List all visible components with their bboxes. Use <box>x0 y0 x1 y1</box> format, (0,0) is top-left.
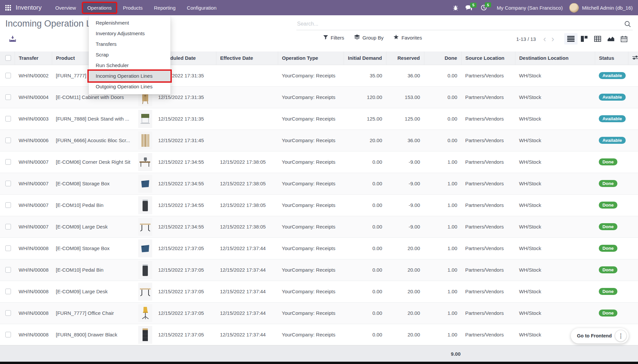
nav-item-overview[interactable]: Overview <box>51 3 80 13</box>
cell-operation-type: YourCompany: Receipts <box>278 259 344 281</box>
cell-select[interactable] <box>0 151 15 173</box>
column-header-reserved[interactable]: Reserved <box>386 51 424 65</box>
graph-view-icon[interactable] <box>604 33 617 45</box>
export-button[interactable] <box>9 36 16 43</box>
cell-source-location: Partners/Vendors <box>461 108 515 130</box>
search-icon[interactable] <box>622 20 633 28</box>
pager-next-icon[interactable]: › <box>549 35 557 43</box>
table-row[interactable]: WH/IN/00008[FURN_7777] Office Chair12/15… <box>0 302 638 324</box>
table-row[interactable]: WH/IN/00006[FURN_6666] Acoustic Bloc Scr… <box>0 130 638 151</box>
pivot-view-icon[interactable] <box>591 33 604 45</box>
nav-item-configuration[interactable]: Configuration <box>182 3 221 13</box>
bug-icon[interactable] <box>453 5 459 11</box>
messages-icon[interactable]: 5 <box>465 5 472 11</box>
pager-prev-icon[interactable]: ‹ <box>541 35 549 43</box>
nav-item-operations[interactable]: Operations <box>83 3 116 13</box>
user-avatar[interactable] <box>569 3 579 13</box>
column-header-destination-location[interactable]: Destination Location <box>515 51 595 65</box>
cell-select[interactable] <box>0 216 15 237</box>
search-input[interactable] <box>296 21 622 27</box>
row-checkbox[interactable] <box>5 73 11 78</box>
cell-spacer <box>628 86 638 108</box>
table-row[interactable]: WH/IN/00007[E-COM10] Pedal Bin12/15/2022… <box>0 194 638 216</box>
cell-select[interactable] <box>0 108 15 130</box>
table-row[interactable]: WH/IN/00007[E-COM09] Large Desk12/15/202… <box>0 216 638 237</box>
group-by-button[interactable]: Group By <box>354 35 383 41</box>
cell-scheduled-date: 12/15/2022 17:37:05 <box>154 259 216 281</box>
menu-item-incoming-operation-lines[interactable]: Incoming Operation Lines <box>89 71 170 81</box>
column-header-initial-demand[interactable]: Initial Demand <box>344 51 386 65</box>
column-header-done[interactable]: Done <box>424 51 461 65</box>
calendar-view-icon[interactable] <box>617 33 631 45</box>
cell-operation-type: YourCompany: Receipts <box>278 130 344 151</box>
more-options-icon[interactable]: ⋮ <box>615 330 626 341</box>
cell-operation-type: YourCompany: Receipts <box>278 86 344 108</box>
row-checkbox[interactable] <box>5 289 11 294</box>
row-checkbox[interactable] <box>5 137 11 143</box>
cell-source-location: Partners/Vendors <box>461 194 515 216</box>
select-all-checkbox[interactable] <box>5 55 11 61</box>
cell-select[interactable] <box>0 173 15 194</box>
filters-button[interactable]: Filters <box>323 35 344 41</box>
column-settings-icon[interactable] <box>632 55 638 61</box>
app-name[interactable]: Inventory <box>16 4 42 11</box>
kanban-view-icon[interactable] <box>578 33 591 45</box>
cell-select[interactable] <box>0 194 15 216</box>
column-header-source-location[interactable]: Source Location <box>461 51 515 65</box>
cell-scheduled-date: 12/15/2022 17:34:55 <box>154 151 216 173</box>
row-checkbox[interactable] <box>5 245 11 251</box>
column-header-effective-date[interactable]: Effective Date <box>216 51 278 65</box>
favorites-button[interactable]: Favorites <box>393 35 422 41</box>
column-header-status[interactable]: Status <box>595 51 628 65</box>
row-checkbox[interactable] <box>5 224 11 229</box>
cell-transfer: WH/IN/00008 <box>15 281 52 302</box>
table-row[interactable]: WH/IN/00003[FURN_7888] Desk Stand with .… <box>0 108 638 130</box>
cell-product: [FURN_7888] Desk Stand with ... <box>52 108 134 130</box>
row-checkbox[interactable] <box>5 116 11 122</box>
cell-select[interactable] <box>0 259 15 281</box>
nav-item-products[interactable]: Products <box>119 3 147 13</box>
table-row[interactable]: WH/IN/00007[E-COM08] Storage Box12/15/20… <box>0 173 638 194</box>
table-row[interactable]: WH/IN/00008[E-COM08] Storage Box12/15/20… <box>0 237 638 259</box>
select-all-header[interactable] <box>0 51 15 65</box>
cell-select[interactable] <box>0 302 15 324</box>
table-row[interactable]: WH/IN/00008[E-COM09] Large Desk12/15/202… <box>0 281 638 302</box>
cell-select[interactable] <box>0 65 15 86</box>
cell-initial-demand: 0.00 <box>344 302 386 324</box>
row-checkbox[interactable] <box>5 332 11 337</box>
menu-item-run-scheduler[interactable]: Run Scheduler <box>89 60 170 71</box>
menu-item-scrap[interactable]: Scrap <box>89 49 170 60</box>
column-header-operation-type[interactable]: Operation Type <box>278 51 344 65</box>
menu-item-transfers[interactable]: Transfers <box>89 39 170 49</box>
company-switcher[interactable]: My Company (San Francisco) <box>497 5 563 11</box>
go-to-frontend-button[interactable]: Go to Frontend <box>577 333 612 338</box>
column-header-transfer[interactable]: Transfer <box>15 51 52 65</box>
menu-item-replenishment[interactable]: Replenishment <box>89 18 170 28</box>
cell-select[interactable] <box>0 86 15 108</box>
table-row[interactable]: WH/IN/00008[FURN_8900] Drawer Black12/15… <box>0 324 638 345</box>
nav-item-reporting[interactable]: Reporting <box>150 3 180 13</box>
menu-item-inventory-adjustments[interactable]: Inventory Adjustments <box>89 28 170 39</box>
row-checkbox[interactable] <box>5 202 11 208</box>
cell-select[interactable] <box>0 324 15 345</box>
row-checkbox[interactable] <box>5 159 11 165</box>
row-checkbox[interactable] <box>5 267 11 273</box>
table-row[interactable]: WH/IN/00007[E-COM06] Corner Desk Right S… <box>0 151 638 173</box>
done-column-total: 9.00 <box>451 351 461 356</box>
row-checkbox[interactable] <box>5 310 11 316</box>
user-menu[interactable]: Mitchell Admin (db_16) <box>569 3 633 13</box>
row-checkbox[interactable] <box>5 94 11 100</box>
activities-icon[interactable]: 5 <box>481 5 487 11</box>
row-checkbox[interactable] <box>5 181 11 186</box>
cell-status: Available <box>595 86 628 108</box>
menu-item-outgoing-operation-lines[interactable]: Outgoing Operation Lines <box>89 81 170 92</box>
list-view-icon[interactable] <box>564 33 578 45</box>
column-settings-header[interactable] <box>628 51 638 65</box>
table-row[interactable]: WH/IN/00008[E-COM10] Pedal Bin12/15/2022… <box>0 259 638 281</box>
cell-select[interactable] <box>0 130 15 151</box>
cell-select[interactable] <box>0 281 15 302</box>
cell-select[interactable] <box>0 237 15 259</box>
acoustic-panel-image <box>138 132 152 149</box>
cell-spacer <box>628 302 638 324</box>
apps-grid-icon[interactable] <box>5 5 11 11</box>
